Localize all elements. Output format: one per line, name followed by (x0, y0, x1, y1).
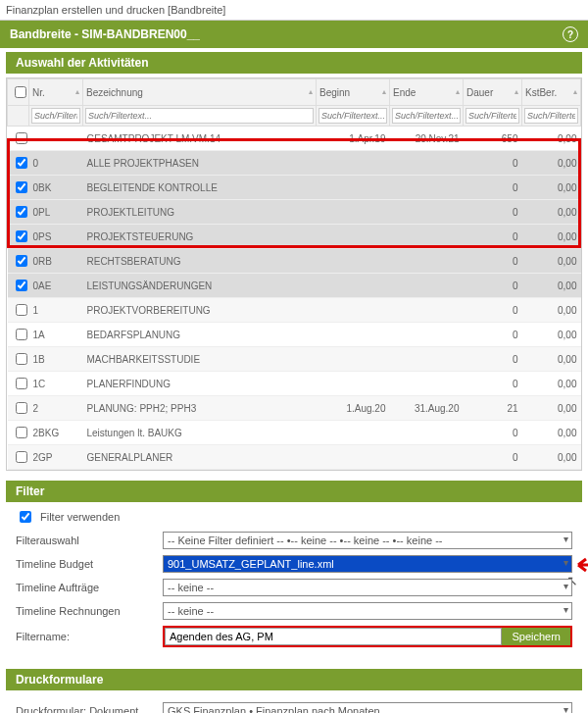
cell-ende (390, 298, 464, 323)
help-icon[interactable]: ? (563, 26, 578, 42)
cell-kst: 0,00 (522, 372, 581, 396)
header-bar: Bandbreite - SIM-BANDBREN00__ ? (0, 21, 588, 48)
row-check[interactable] (16, 255, 27, 267)
filter-ende[interactable] (392, 108, 461, 124)
cell-beginn (317, 372, 390, 396)
filter-nr[interactable] (31, 108, 80, 124)
cell-nr: 2BKG (29, 421, 83, 445)
cell-dauer: 21 (464, 396, 522, 421)
table-row[interactable]: 1PROJEKTVORBEREITUNG00,00 (8, 298, 581, 323)
row-check[interactable] (16, 304, 27, 316)
cell-kst: 0,00 (522, 396, 581, 421)
cell-nr: 0PL (29, 200, 83, 225)
use-filter-label: Filter verwenden (40, 511, 120, 523)
col-nr[interactable]: Nr.▴ (29, 79, 83, 106)
cell-beginn (317, 347, 390, 372)
filter-kst[interactable] (524, 108, 578, 124)
cell-bez: PROJEKTVORBEREITUNG (83, 298, 317, 323)
row-check[interactable] (16, 206, 27, 218)
cell-bez: RECHTSBERATUNG (83, 249, 317, 274)
table-row[interactable]: 0AELEISTUNGSÄNDERUNGEN00,00 (8, 274, 581, 298)
table-row[interactable]: 1BMACHBARKEITSSTUDIE00,00 (8, 347, 581, 372)
table-row[interactable]: GESAMTPROJEKT LM.VM.141.Apr.1920.Nov.216… (8, 127, 581, 151)
row-check[interactable] (16, 402, 27, 414)
table-row[interactable]: 0PSPROJEKTSTEUERUNG00,00 (8, 225, 581, 249)
cell-beginn (317, 200, 390, 225)
druckform-label: Druckformular: Dokument (16, 705, 153, 713)
table-row[interactable]: 2PLANUNG: PPH2; PPH31.Aug.2031.Aug.20210… (8, 396, 581, 421)
timeline-rechnungen-select[interactable]: -- keine -- (163, 602, 572, 620)
row-check[interactable] (16, 280, 27, 291)
cell-nr: 1B (29, 347, 83, 372)
cell-nr: 0 (29, 151, 83, 176)
cell-nr: 2GP (29, 445, 83, 470)
table-row[interactable]: 2BKGLeistungen lt. BAUKG00,00 (8, 421, 581, 445)
filtername-label: Filtername: (16, 631, 153, 642)
filter-title: Filter (6, 481, 582, 502)
timeline-rechnungen-label: Timeline Rechnungen (16, 605, 153, 617)
row-check[interactable] (16, 353, 27, 365)
cell-beginn (317, 323, 390, 347)
table-row[interactable]: 0RBRECHTSBERATUNG00,00 (8, 249, 581, 274)
col-beginn[interactable]: Beginn▴ (317, 79, 390, 106)
cell-dauer: 0 (464, 372, 522, 396)
table-row[interactable]: 0BKBEGLEITENDE KONTROLLE00,00 (8, 176, 581, 200)
cell-beginn: 1.Apr.19 (317, 127, 390, 151)
cell-kst: 0,00 (522, 347, 581, 372)
cell-ende (390, 372, 464, 396)
table-row[interactable]: 0ALLE PROJEKTPHASEN00,00 (8, 151, 581, 176)
row-check[interactable] (16, 230, 27, 242)
col-bez[interactable]: Bezeichnung▴ (83, 79, 317, 106)
row-check[interactable] (16, 329, 27, 340)
filter-beginn[interactable] (318, 108, 387, 124)
cell-beginn: 1.Aug.20 (317, 396, 390, 421)
cell-ende (390, 323, 464, 347)
cell-nr: 1C (29, 372, 83, 396)
druckform-select[interactable]: GKS Finanzplan • Finanzplan nach Monaten (163, 702, 572, 713)
cell-ende (390, 249, 464, 274)
cell-kst: 0,00 (522, 445, 581, 470)
filterauswahl-select[interactable]: -- Keine Filter definiert -- •-- keine -… (163, 532, 572, 549)
timeline-budget-select[interactable]: 901_UMSATZ_GEPLANT_line.xml (163, 555, 572, 573)
timeline-auftrage-label: Timeline Aufträge (16, 582, 153, 593)
cell-ende (390, 347, 464, 372)
filter-dauer[interactable] (466, 108, 519, 124)
cell-beginn (317, 176, 390, 200)
filter-bez[interactable] (85, 108, 314, 124)
cell-beginn (317, 298, 390, 323)
cell-kst: 0,00 (522, 323, 581, 347)
filtername-input[interactable] (165, 628, 502, 645)
table-row[interactable]: 1CPLANERFINDUNG00,00 (8, 372, 581, 396)
cell-ende (390, 274, 464, 298)
cell-kst: 0,00 (522, 200, 581, 225)
save-button[interactable]: Speichern (502, 628, 570, 645)
timeline-auftrage-select[interactable]: -- keine -- (163, 579, 572, 596)
row-check[interactable] (16, 181, 27, 193)
cell-beginn (317, 274, 390, 298)
cell-dauer: 0 (464, 274, 522, 298)
cell-nr (29, 127, 83, 151)
cell-beginn (317, 249, 390, 274)
row-check[interactable] (16, 132, 27, 144)
table-row[interactable]: 2GPGENERALPLANER00,00 (8, 445, 581, 470)
table-row[interactable]: 0PLPROJEKTLEITUNG00,00 (8, 200, 581, 225)
cell-bez: LEISTUNGSÄNDERUNGEN (83, 274, 317, 298)
col-check[interactable] (8, 79, 29, 106)
check-all[interactable] (15, 86, 26, 98)
row-check[interactable] (16, 157, 27, 169)
cell-ende: 20.Nov.21 (390, 127, 464, 151)
col-dauer[interactable]: Dauer▴ (464, 79, 522, 106)
row-check[interactable] (16, 378, 27, 389)
col-kst[interactable]: KstBer.▴ (522, 79, 581, 106)
cell-ende (390, 225, 464, 249)
cell-nr: 1 (29, 298, 83, 323)
row-check[interactable] (16, 451, 27, 463)
use-filter-check[interactable] (20, 511, 31, 523)
cell-bez: MACHBARKEITSSTUDIE (83, 347, 317, 372)
cell-bez: BEDARFSPLANUNG (83, 323, 317, 347)
row-check[interactable] (16, 427, 27, 438)
cell-ende (390, 421, 464, 445)
col-ende[interactable]: Ende▴ (390, 79, 464, 106)
table-row[interactable]: 1ABEDARFSPLANUNG00,00 (8, 323, 581, 347)
cell-dauer: 650 (464, 127, 522, 151)
